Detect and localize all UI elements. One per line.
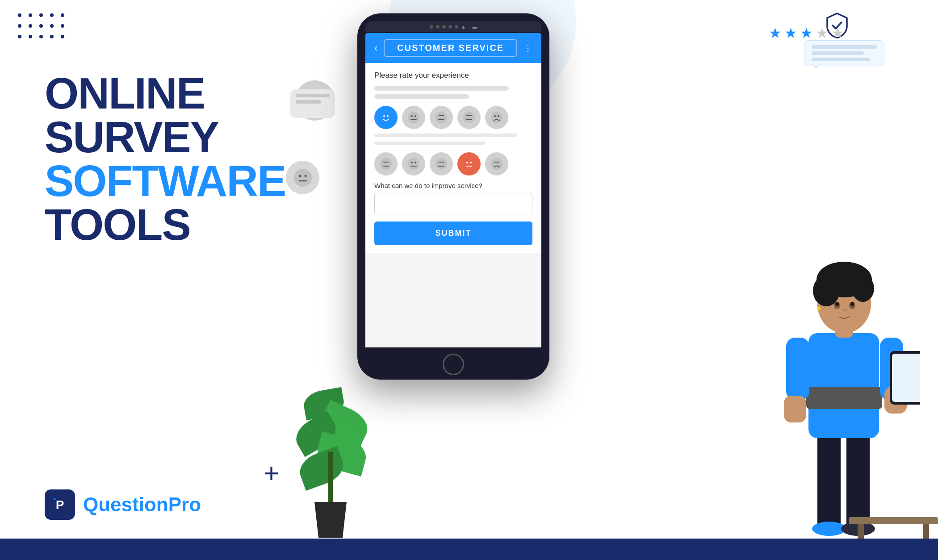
emoji-4[interactable] xyxy=(457,106,481,129)
rate-bar-2 xyxy=(374,94,469,99)
dot-grid-decoration xyxy=(18,13,67,41)
logo-text-pro: Pro xyxy=(168,493,201,515)
svg-rect-52 xyxy=(806,387,882,409)
plant-illustration xyxy=(286,395,375,538)
svg-point-17 xyxy=(436,112,447,123)
svg-point-33 xyxy=(411,162,413,163)
svg-point-57 xyxy=(852,275,874,302)
svg-point-10 xyxy=(380,112,392,123)
svg-point-68 xyxy=(817,307,821,310)
person-illustration xyxy=(777,226,911,539)
svg-point-11 xyxy=(383,115,385,117)
submit-button[interactable]: SUBMIT xyxy=(374,221,532,245)
emoji-1-selected[interactable] xyxy=(374,106,398,129)
emoji-row-2 xyxy=(374,152,532,176)
svg-point-12 xyxy=(387,115,389,117)
improve-input[interactable] xyxy=(374,193,532,214)
wifi-icon: ▲ xyxy=(461,24,466,30)
svg-rect-47 xyxy=(817,431,841,530)
emoji-8[interactable] xyxy=(430,152,453,176)
svg-point-14 xyxy=(411,115,413,117)
heading-line1: ONLINE SURVEY xyxy=(45,71,322,159)
divider-bar-2 xyxy=(374,142,485,145)
emoji-10[interactable] xyxy=(485,152,508,176)
phone-header: ‹ CUSTOMER SERVICE ⋮ xyxy=(365,33,541,63)
svg-point-32 xyxy=(408,158,419,170)
svg-rect-59 xyxy=(784,396,806,422)
svg-text:P: P xyxy=(56,498,64,512)
svg-rect-63 xyxy=(892,354,920,402)
logo-icon: P xyxy=(45,489,75,520)
menu-dots[interactable]: ⋮ xyxy=(523,43,532,54)
svg-point-21 xyxy=(463,112,475,123)
emoji-2[interactable] xyxy=(402,106,425,129)
star-4: ★ xyxy=(816,25,829,42)
svg-rect-51 xyxy=(808,333,879,438)
plus-sign: + xyxy=(264,458,279,489)
emoji-9-selected[interactable] xyxy=(457,152,481,176)
logo-text-question: Question xyxy=(83,493,168,515)
svg-point-26 xyxy=(494,115,496,117)
svg-point-28 xyxy=(380,158,392,170)
rate-label: Please rate your experience xyxy=(374,71,532,80)
svg-point-44 xyxy=(491,158,502,170)
chat-bubble-decoration xyxy=(290,89,335,118)
phone-home-button[interactable] xyxy=(443,354,464,375)
bottom-bar xyxy=(0,539,938,560)
svg-point-27 xyxy=(498,115,499,117)
emoji-6[interactable] xyxy=(374,152,398,176)
emoji-3[interactable] xyxy=(430,106,453,129)
svg-point-42 xyxy=(470,162,472,163)
emoji-row-1 xyxy=(374,106,532,129)
phone-screen: ‹ CUSTOMER SERVICE ⋮ Please rate your ex… xyxy=(365,33,541,347)
phone-title: CUSTOMER SERVICE xyxy=(384,39,517,57)
star-1: ★ xyxy=(769,25,782,42)
battery-icon: ▬ xyxy=(472,24,477,29)
emoji-7[interactable] xyxy=(402,152,425,176)
svg-point-25 xyxy=(491,112,502,123)
svg-point-15 xyxy=(415,115,416,117)
star-rating: ★ ★ ★ ★ ★ xyxy=(769,25,844,42)
person-svg xyxy=(777,226,920,539)
svg-point-56 xyxy=(813,275,840,306)
svg-point-67 xyxy=(850,302,854,306)
svg-point-40 xyxy=(463,158,475,170)
phone-mockup: ▲ ▬ ‹ CUSTOMER SERVICE ⋮ Please rate you… xyxy=(357,13,549,380)
svg-point-13 xyxy=(408,112,419,123)
svg-point-41 xyxy=(466,162,468,163)
svg-point-6 xyxy=(294,169,312,187)
star-2: ★ xyxy=(784,25,797,42)
phone-status-bar: ▲ ▬ xyxy=(365,21,541,32)
phone-content: Please rate your experience xyxy=(365,63,541,253)
star-3: ★ xyxy=(800,25,813,42)
logo-text: QuestionPro xyxy=(83,493,201,516)
emoji-5[interactable] xyxy=(485,106,508,129)
emoji-float-neutral xyxy=(286,161,319,194)
phone-frame: ▲ ▬ ‹ CUSTOMER SERVICE ⋮ Please rate you… xyxy=(357,13,549,380)
svg-rect-2 xyxy=(54,498,55,500)
svg-point-36 xyxy=(436,158,447,170)
divider-bar-1 xyxy=(374,134,517,137)
svg-point-34 xyxy=(415,162,416,163)
heading-line3: TOOLS xyxy=(45,203,322,247)
improve-label: What can we do to improve service? xyxy=(374,182,532,189)
svg-point-66 xyxy=(835,302,839,306)
svg-point-8 xyxy=(304,175,306,177)
svg-point-7 xyxy=(299,175,301,177)
logo-area: P QuestionPro xyxy=(45,489,201,520)
star-5: ★ xyxy=(831,25,844,42)
main-heading: ONLINE SURVEY SOFTWARE TOOLS xyxy=(45,71,322,247)
speech-bubble-decoration xyxy=(804,40,884,66)
svg-point-49 xyxy=(812,522,846,536)
heading-line2: SOFTWARE xyxy=(45,159,322,203)
svg-rect-58 xyxy=(786,338,809,400)
back-button[interactable]: ‹ xyxy=(374,42,377,54)
rate-bar-1 xyxy=(374,86,509,91)
